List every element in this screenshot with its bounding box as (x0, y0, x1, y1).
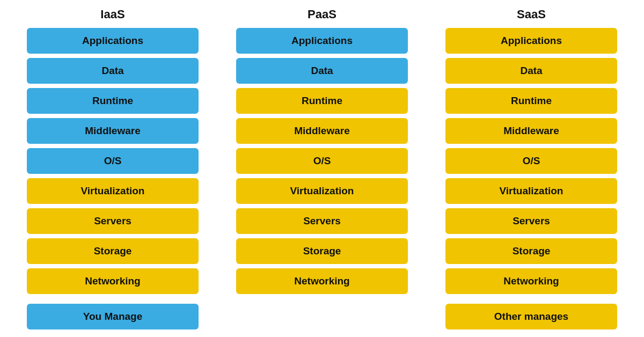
cell-saas-o-s: O/S (445, 148, 617, 174)
cell-iaas-o-s: O/S (27, 148, 199, 174)
column-paas: ApplicationsDataRuntimeMiddlewareO/SVirt… (236, 28, 408, 294)
cell-paas-servers: Servers (236, 208, 408, 234)
cell-saas-applications: Applications (445, 28, 617, 54)
cell-iaas-virtualization: Virtualization (27, 178, 199, 204)
cell-paas-storage: Storage (236, 238, 408, 264)
cell-paas-runtime: Runtime (236, 88, 408, 114)
cell-paas-applications: Applications (236, 28, 408, 54)
column-iaas: ApplicationsDataRuntimeMiddlewareO/SVirt… (27, 28, 199, 294)
cell-iaas-middleware: Middleware (27, 118, 199, 144)
header-iaas: IaaS (27, 8, 199, 21)
legend-iaas: You Manage (27, 304, 199, 329)
cell-saas-middleware: Middleware (445, 118, 617, 144)
cell-saas-runtime: Runtime (445, 88, 617, 114)
header-paas: PaaS (236, 8, 408, 21)
cell-paas-middleware: Middleware (236, 118, 408, 144)
cell-paas-data: Data (236, 58, 408, 84)
column-saas: ApplicationsDataRuntimeMiddlewareO/SVirt… (445, 28, 617, 294)
cell-paas-virtualization: Virtualization (236, 178, 408, 204)
column-headers: IaaS PaaS SaaS (27, 8, 617, 21)
legend-paas-empty (236, 304, 408, 329)
main-container: IaaS PaaS SaaS ApplicationsDataRuntimeMi… (27, 8, 617, 329)
cell-saas-virtualization: Virtualization (445, 178, 617, 204)
cell-paas-networking: Networking (236, 268, 408, 294)
cell-saas-storage: Storage (445, 238, 617, 264)
cell-iaas-storage: Storage (27, 238, 199, 264)
comparison-grid: ApplicationsDataRuntimeMiddlewareO/SVirt… (27, 28, 617, 294)
cell-paas-o-s: O/S (236, 148, 408, 174)
cell-iaas-runtime: Runtime (27, 88, 199, 114)
cell-iaas-servers: Servers (27, 208, 199, 234)
cell-saas-networking: Networking (445, 268, 617, 294)
cell-iaas-applications: Applications (27, 28, 199, 54)
you-manage-badge: You Manage (27, 304, 199, 329)
cell-iaas-data: Data (27, 58, 199, 84)
legend-saas: Other manages (445, 304, 617, 329)
cell-saas-servers: Servers (445, 208, 617, 234)
other-manages-badge: Other manages (445, 304, 617, 329)
cell-iaas-networking: Networking (27, 268, 199, 294)
header-saas: SaaS (445, 8, 617, 21)
cell-saas-data: Data (445, 58, 617, 84)
legend-row: You Manage Other manages (27, 304, 617, 329)
